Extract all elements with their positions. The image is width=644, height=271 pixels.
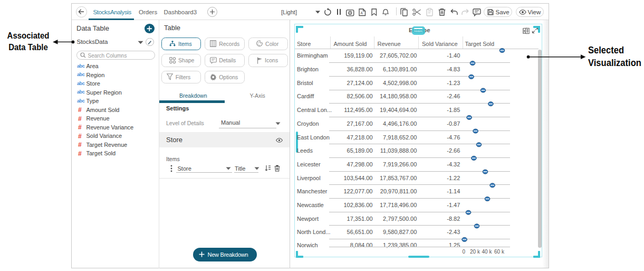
svg-text:A: A: [360, 11, 363, 15]
